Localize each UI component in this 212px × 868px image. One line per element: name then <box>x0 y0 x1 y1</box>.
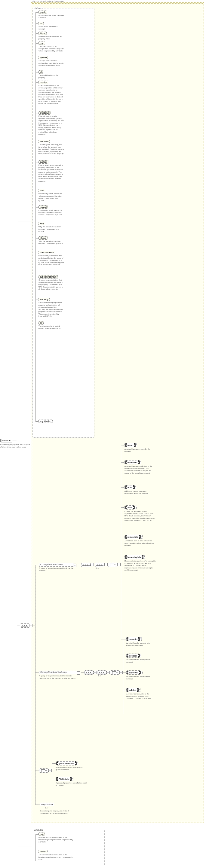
attr-how: how Indicates by which means the value w… <box>38 189 64 192</box>
elem-poidetails[interactable]: POIDetails <box>56 777 73 781</box>
elem-remoteinfo[interactable]: remoteInfo <box>124 535 143 539</box>
elem-hierarchyinfo[interactable]: hierarchyInfo <box>124 555 145 559</box>
attr-qcode: qcode A qualified code which identifies … <box>38 10 64 14</box>
connector <box>117 565 121 565</box>
attr-pubconstrainturi: pubconstrainturi One or many constraints… <box>38 275 64 279</box>
any-other-desc: Extension point for provider-defined pro… <box>40 810 73 814</box>
elem-geoareadetails[interactable]: geoAreaDetails <box>56 762 78 765</box>
elem-related-desc: A related concept, where the relationshi… <box>126 693 156 700</box>
attr-id: id The local identifier of the property. <box>38 70 64 74</box>
attr-creator: creator If the property value is not def… <box>38 81 64 84</box>
attr-creatoruri: creatoruri If the attribute is empty, sp… <box>38 111 64 115</box>
sequence-crg-outer[interactable] <box>84 671 93 675</box>
connector <box>121 487 124 488</box>
group-concept-definition[interactable]: ConceptDefinitionGroup <box>39 563 74 567</box>
any-other-occ: 0..∞ <box>45 807 49 809</box>
extension-title: FlexLocationPropType (extension) <box>32 0 64 2</box>
any-other-attr: any ##other <box>38 420 53 423</box>
any-other-elem: any ##other <box>40 803 54 806</box>
connector <box>35 673 39 673</box>
attr-vline-2 <box>35 834 36 861</box>
connector <box>119 673 123 673</box>
attr-why: why Why the metadata has been included -… <box>38 222 64 225</box>
elem-remoteinfo-desc: A link to an item or a web resource whic… <box>124 540 156 547</box>
attr-custom: custom If set to true the corresponding … <box>38 160 64 164</box>
occ-crg: 0..∞ <box>98 675 101 677</box>
elem-name[interactable]: name <box>124 443 137 447</box>
elem-narrower[interactable]: narrower <box>126 671 143 674</box>
elem-hierarchyinfo-desc: Represents the position of a concept in … <box>124 560 156 571</box>
attr-howuri: howuri Indicates by which means the valu… <box>38 206 64 209</box>
root-element-desc: A location (geographical area or point o… <box>0 444 32 448</box>
elem-definition[interactable]: definition <box>124 461 141 464</box>
elem-poidetails-desc: A group of properties specific to a poin… <box>56 782 89 786</box>
connector <box>12 441 17 441</box>
connector <box>35 771 39 771</box>
connector <box>123 656 126 656</box>
connector <box>123 638 123 714</box>
connector <box>121 639 126 640</box>
choice-cdg[interactable] <box>108 563 117 567</box>
elem-related[interactable]: related <box>126 688 141 692</box>
elem-sameas[interactable]: sameAs <box>126 637 142 641</box>
elem-note[interactable]: note <box>124 486 136 489</box>
group-concept-definition-desc: A group of properites required to define… <box>39 567 74 572</box>
sequence-cdg-outer[interactable] <box>81 563 91 567</box>
connector <box>91 565 95 565</box>
connector <box>17 847 32 847</box>
attr-typeuri: typeuri The type of the concept assigned… <box>38 56 64 59</box>
connector <box>35 805 40 805</box>
elem-definition-desc: A natural language definition of the sem… <box>124 465 155 474</box>
elem-geoareadetails-desc: A group of properties specific to a geop… <box>56 766 89 771</box>
connector <box>121 507 124 508</box>
choice-crg[interactable] <box>110 671 119 675</box>
elem-broader-desc: An identifier of a more generic concept. <box>126 659 156 663</box>
connector <box>49 771 52 771</box>
elem-facet-desc: In NAR 1.8 and later, facet is deprecate… <box>124 510 156 522</box>
group-crg-desc: A group of properites required to indica… <box>39 675 77 679</box>
connector <box>52 763 52 779</box>
connector <box>77 565 81 565</box>
attributes-panel-title: attributes <box>33 7 43 9</box>
attributes-panel-2-title: attributes <box>34 829 43 831</box>
elem-narrower-desc: An identifier of a more specific concept… <box>126 676 156 680</box>
attr-uri: uri A URI which identifies a concept. <box>38 22 64 25</box>
connector <box>17 221 32 221</box>
connector <box>123 673 126 673</box>
root-element-location[interactable]: location <box>0 439 12 442</box>
attr-pubconstraint: pubconstraint One or many constraints th… <box>38 251 64 254</box>
attr-modified: modified The date (and, optionally, the … <box>38 140 64 143</box>
group-concept-relationships[interactable]: ConceptRelationshipsGroup <box>39 671 78 674</box>
attr-roleuri: roleuri A refinement of the semantics of… <box>38 850 74 853</box>
attr-xml-lang: xml:lang Specifies the language of this … <box>38 298 64 301</box>
connector <box>121 557 124 557</box>
attr-literal: literal A free-text value assigned as pr… <box>38 32 64 35</box>
connector <box>121 537 124 537</box>
connector <box>107 673 110 673</box>
connector <box>35 565 35 805</box>
attr-vline <box>35 12 36 422</box>
elem-note-desc: Additional natural language information … <box>124 490 155 495</box>
connector <box>121 445 124 445</box>
elem-sameas-desc: An identifier of a concept with equivale… <box>126 642 156 647</box>
sequence-root[interactable] <box>20 623 29 628</box>
connector <box>104 565 108 565</box>
elem-broader[interactable]: broader <box>126 654 141 657</box>
attr-dir: dir The directionality of textual conten… <box>38 321 64 324</box>
sequence-crg-inner[interactable] <box>97 671 107 675</box>
connector <box>121 462 124 463</box>
attr-type: type The type of the concept assigned as… <box>38 41 64 45</box>
choice-geo-poi[interactable] <box>39 769 49 773</box>
connector <box>35 565 39 565</box>
canvas: FlexLocationPropType (extension) locatio… <box>0 0 212 868</box>
connector <box>17 221 17 847</box>
connector <box>121 445 121 639</box>
attr-whyuri: whyuri Why the metadata has been include… <box>38 237 64 240</box>
connector <box>93 673 97 673</box>
connector <box>52 779 56 779</box>
attr-role: role A refinement of the semantics of th… <box>38 833 74 836</box>
connector <box>52 763 56 764</box>
elem-name-desc: A natural language name for the concept. <box>124 448 155 453</box>
elem-facet[interactable]: facet <box>124 505 137 509</box>
sequence-cdg-inner[interactable] <box>95 563 104 567</box>
